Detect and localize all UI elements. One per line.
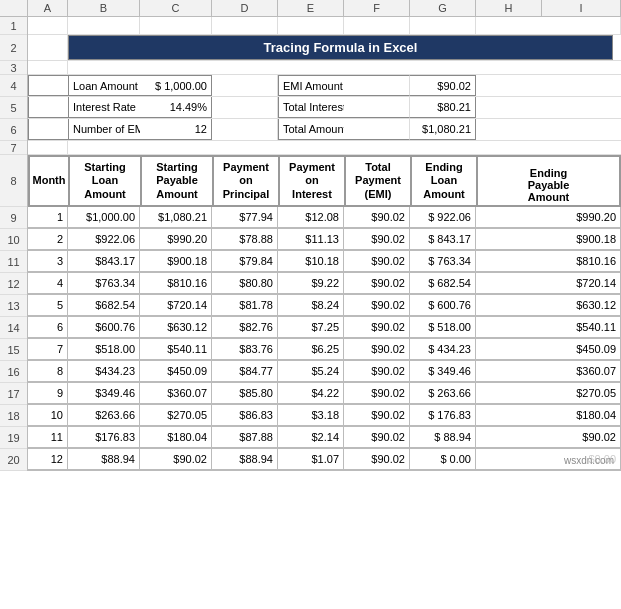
col-header-b: B <box>68 0 140 16</box>
th-total-payment: TotalPayment(EMI) <box>345 156 411 206</box>
col-header-d: D <box>212 0 278 16</box>
cell-r9-c4: $12.08 <box>278 207 344 228</box>
cell-r13-c6: $ 600.76 <box>410 295 476 316</box>
cell-r20-c1: $88.94 <box>68 449 140 470</box>
col-header-row: A B C D E F G H I <box>0 0 621 17</box>
cell-r20-c3: $88.94 <box>212 449 278 470</box>
cell-r18-c6: $ 176.83 <box>410 405 476 426</box>
data-row-8: 8$434.23$450.09$84.77$5.24$90.02$ 349.46… <box>28 361 621 383</box>
cell-r9-c2: $1,080.21 <box>140 207 212 228</box>
spreadsheet-title: Tracing Formula in Excel <box>264 40 418 55</box>
cell-c1 <box>140 17 212 34</box>
data-row-6: 6$600.76$630.12$82.76$7.25$90.02$ 518.00… <box>28 317 621 339</box>
cell-r18-c1: $263.66 <box>68 405 140 426</box>
cell-a6 <box>28 119 68 140</box>
cell-r11-c5: $90.02 <box>344 251 410 272</box>
th-starting-payable: StartingPayableAmount <box>141 156 213 206</box>
cell-r13-c4: $8.24 <box>278 295 344 316</box>
cell-r17-c1: $349.46 <box>68 383 140 404</box>
row-num-9: 9 <box>0 207 27 229</box>
cell-a7 <box>28 141 68 154</box>
row-num-1: 1 <box>0 17 27 35</box>
cell-d6-empty <box>212 119 278 140</box>
col-header-h: H <box>476 0 542 16</box>
row-2: Tracing Formula in Excel <box>28 35 621 61</box>
cell-r16-c2: $450.09 <box>140 361 212 382</box>
row-num-7: 7 <box>0 141 27 155</box>
value-emi: $90.02 <box>410 75 476 96</box>
row-4: Loan Amount $ 1,000.00 EMI Amount $90.02 <box>28 75 621 97</box>
row-num-16: 16 <box>0 361 27 383</box>
cell-r17-c2: $360.07 <box>140 383 212 404</box>
row-numbers: 1 2 3 4 5 6 7 8 9 10 11 12 13 14 15 16 1… <box>0 17 28 471</box>
cell-r12-c3: $80.80 <box>212 273 278 294</box>
th-payment-interest: PaymentonInterest <box>279 156 345 206</box>
cell-r20-c0: 12 <box>28 449 68 470</box>
table-header-row: Month StartingLoanAmount StartingPayable… <box>28 155 621 207</box>
col-header-c: C <box>140 0 212 16</box>
cell-r9-c5: $90.02 <box>344 207 410 228</box>
cell-r10-c7: $900.18 <box>476 229 621 250</box>
th-ending-payable: EndingPayableAmount <box>477 156 620 206</box>
row-num-8: 8 <box>0 155 27 207</box>
cell-r9-c3: $77.94 <box>212 207 278 228</box>
cell-r16-c0: 8 <box>28 361 68 382</box>
cell-r11-c3: $79.84 <box>212 251 278 272</box>
row-num-14: 14 <box>0 317 27 339</box>
cell-r19-c6: $ 88.94 <box>410 427 476 448</box>
cell-a5 <box>28 97 68 118</box>
cell-r17-c0: 9 <box>28 383 68 404</box>
cell-r17-c6: $ 263.66 <box>410 383 476 404</box>
cell-r16-c7: $360.07 <box>476 361 621 382</box>
th-ending-loan: EndingLoanAmount <box>411 156 477 206</box>
cell-rest3 <box>68 61 621 74</box>
th-starting-loan: StartingLoanAmount <box>69 156 141 206</box>
cell-r13-c0: 5 <box>28 295 68 316</box>
row-1 <box>28 17 621 35</box>
row-5: Interest Rate 14.49% Total Interest $80.… <box>28 97 621 119</box>
col-header-f: F <box>344 0 410 16</box>
cell-r18-c3: $86.83 <box>212 405 278 426</box>
value-num-emis: 12 <box>140 119 212 140</box>
cell-r14-c3: $82.76 <box>212 317 278 338</box>
cell-h1 <box>476 17 621 34</box>
cell-r12-c6: $ 682.54 <box>410 273 476 294</box>
cell-r19-c3: $87.88 <box>212 427 278 448</box>
row-6: Number of EMIs 12 Total Amount Payable $… <box>28 119 621 141</box>
row-num-17: 17 <box>0 383 27 405</box>
cell-r11-c1: $843.17 <box>68 251 140 272</box>
cell-r10-c6: $ 843.17 <box>410 229 476 250</box>
col-header-g: G <box>410 0 476 16</box>
data-row-1: 1$1,000.00$1,080.21$77.94$12.08$90.02$ 9… <box>28 207 621 229</box>
data-row-5: 5$682.54$720.14$81.78$8.24$90.02$ 600.76… <box>28 295 621 317</box>
th-payment-principal: PaymentonPrincipal <box>213 156 279 206</box>
sheet-content: Tracing Formula in Excel Loan Amount $ 1… <box>28 17 621 471</box>
row-7 <box>28 141 621 155</box>
label-num-emis: Number of EMIs <box>68 119 140 140</box>
cell-r9-c1: $1,000.00 <box>68 207 140 228</box>
cell-r9-c7: $990.20 <box>476 207 621 228</box>
cell-r10-c1: $922.06 <box>68 229 140 250</box>
row-num-5: 5 <box>0 97 27 119</box>
cell-r17-c4: $4.22 <box>278 383 344 404</box>
watermark: wsxdn.com <box>561 454 617 467</box>
cell-a1 <box>28 17 68 34</box>
cell-r20-c6: $ 0.00 <box>410 449 476 470</box>
data-row-2: 2$922.06$990.20$78.88$11.13$90.02$ 843.1… <box>28 229 621 251</box>
cell-r16-c5: $90.02 <box>344 361 410 382</box>
cell-r12-c2: $810.16 <box>140 273 212 294</box>
label-total-interest: Total Interest <box>278 97 344 118</box>
cell-a3 <box>28 61 68 74</box>
cell-f6 <box>344 119 410 140</box>
data-row-4: 4$763.34$810.16$80.80$9.22$90.02$ 682.54… <box>28 273 621 295</box>
cell-r14-c6: $ 518.00 <box>410 317 476 338</box>
cell-r13-c7: $630.12 <box>476 295 621 316</box>
cell-r10-c4: $11.13 <box>278 229 344 250</box>
cell-r12-c5: $90.02 <box>344 273 410 294</box>
cell-f4 <box>344 75 410 96</box>
cell-a2 <box>28 35 68 60</box>
data-row-7: 7$518.00$540.11$83.76$6.25$90.02$ 434.23… <box>28 339 621 361</box>
cell-f5 <box>344 97 410 118</box>
cell-r18-c4: $3.18 <box>278 405 344 426</box>
data-row-10: 10$263.66$270.05$86.83$3.18$90.02$ 176.8… <box>28 405 621 427</box>
